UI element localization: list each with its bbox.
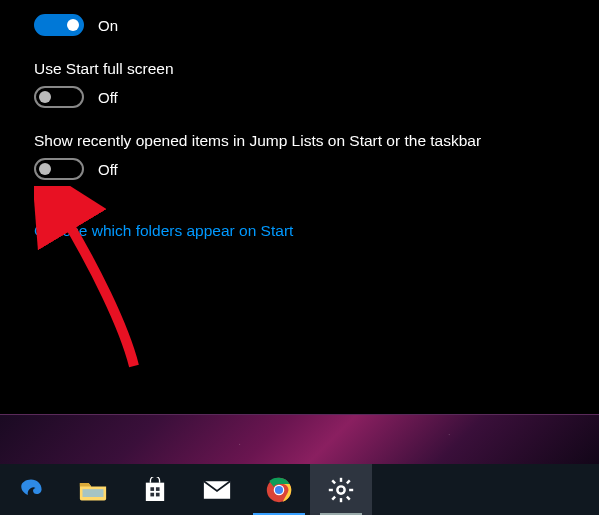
- mail-icon: [203, 480, 231, 500]
- svg-rect-14: [331, 479, 336, 484]
- svg-rect-15: [346, 495, 351, 500]
- toggle-fullscreen[interactable]: [34, 86, 84, 108]
- settings-panel: Occasionally show suggestions in Start O…: [0, 0, 599, 414]
- svg-rect-2: [150, 487, 154, 491]
- store-icon: [144, 477, 166, 503]
- toggle-state-jumplists: Off: [98, 161, 118, 178]
- taskbar-item-settings[interactable]: [310, 464, 372, 515]
- folder-icon: [79, 479, 107, 501]
- edge-icon: [18, 477, 44, 503]
- chrome-icon: [266, 477, 292, 503]
- toggle-jumplists[interactable]: [34, 158, 84, 180]
- svg-rect-0: [83, 489, 104, 497]
- annotation-arrow-icon: [34, 186, 144, 376]
- setting-row-jumplists: Off: [34, 158, 565, 180]
- taskbar-item-edge[interactable]: [0, 464, 62, 515]
- taskbar-item-explorer[interactable]: [62, 464, 124, 515]
- taskbar-item-mail[interactable]: [186, 464, 248, 515]
- svg-rect-1: [146, 482, 164, 500]
- gear-icon: [328, 477, 354, 503]
- svg-rect-4: [150, 492, 154, 496]
- svg-rect-17: [331, 495, 336, 500]
- svg-rect-16: [346, 479, 351, 484]
- setting-row-fullscreen: Off: [34, 86, 565, 108]
- svg-point-9: [275, 485, 283, 493]
- toggle-state-suggestions: On: [98, 17, 118, 34]
- desktop-wallpaper-strip: [0, 414, 599, 464]
- svg-rect-10: [340, 477, 342, 481]
- choose-folders-link[interactable]: Choose which folders appear on Start: [34, 222, 293, 240]
- setting-label-fullscreen: Use Start full screen: [34, 60, 565, 78]
- setting-row-suggestions: On: [34, 14, 565, 36]
- toggle-state-fullscreen: Off: [98, 89, 118, 106]
- svg-rect-3: [156, 487, 160, 491]
- svg-rect-5: [156, 492, 160, 496]
- toggle-suggestions[interactable]: [34, 14, 84, 36]
- taskbar-item-store[interactable]: [124, 464, 186, 515]
- taskbar-item-chrome[interactable]: [248, 464, 310, 515]
- svg-rect-12: [329, 488, 333, 490]
- setting-label-jumplists: Show recently opened items in Jump Lists…: [34, 132, 565, 150]
- svg-rect-11: [340, 498, 342, 502]
- taskbar: [0, 464, 599, 515]
- svg-rect-13: [349, 488, 353, 490]
